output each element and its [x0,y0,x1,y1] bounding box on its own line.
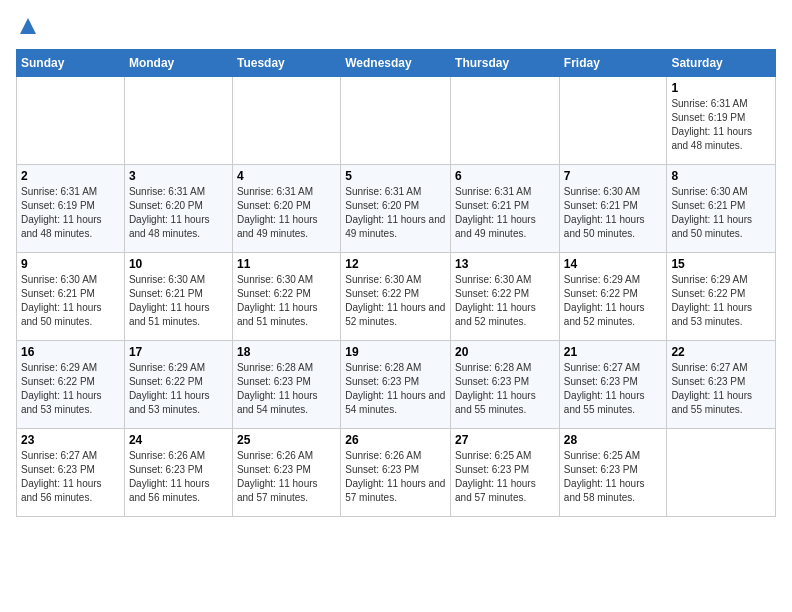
day-info: Sunrise: 6:30 AM Sunset: 6:22 PM Dayligh… [345,273,446,329]
day-number: 4 [237,169,336,183]
day-info: Sunrise: 6:27 AM Sunset: 6:23 PM Dayligh… [21,449,120,505]
logo [16,16,38,41]
calendar-week-row: 9Sunrise: 6:30 AM Sunset: 6:21 PM Daylig… [17,253,776,341]
day-info: Sunrise: 6:27 AM Sunset: 6:23 PM Dayligh… [564,361,663,417]
day-number: 27 [455,433,555,447]
day-number: 23 [21,433,120,447]
calendar-cell: 4Sunrise: 6:31 AM Sunset: 6:20 PM Daylig… [232,165,340,253]
calendar-cell: 23Sunrise: 6:27 AM Sunset: 6:23 PM Dayli… [17,429,125,517]
day-info: Sunrise: 6:25 AM Sunset: 6:23 PM Dayligh… [564,449,663,505]
calendar-header-tuesday: Tuesday [232,50,340,77]
calendar-cell: 8Sunrise: 6:30 AM Sunset: 6:21 PM Daylig… [667,165,776,253]
day-number: 26 [345,433,446,447]
day-info: Sunrise: 6:30 AM Sunset: 6:22 PM Dayligh… [237,273,336,329]
calendar-cell: 28Sunrise: 6:25 AM Sunset: 6:23 PM Dayli… [559,429,667,517]
calendar-cell: 24Sunrise: 6:26 AM Sunset: 6:23 PM Dayli… [124,429,232,517]
day-info: Sunrise: 6:26 AM Sunset: 6:23 PM Dayligh… [345,449,446,505]
calendar-header-thursday: Thursday [451,50,560,77]
calendar-cell: 2Sunrise: 6:31 AM Sunset: 6:19 PM Daylig… [17,165,125,253]
day-number: 12 [345,257,446,271]
calendar-table: SundayMondayTuesdayWednesdayThursdayFrid… [16,49,776,517]
calendar-cell: 26Sunrise: 6:26 AM Sunset: 6:23 PM Dayli… [341,429,451,517]
day-number: 6 [455,169,555,183]
calendar-cell [232,77,340,165]
day-info: Sunrise: 6:25 AM Sunset: 6:23 PM Dayligh… [455,449,555,505]
day-info: Sunrise: 6:31 AM Sunset: 6:21 PM Dayligh… [455,185,555,241]
day-info: Sunrise: 6:31 AM Sunset: 6:20 PM Dayligh… [129,185,228,241]
calendar-cell: 9Sunrise: 6:30 AM Sunset: 6:21 PM Daylig… [17,253,125,341]
day-number: 17 [129,345,228,359]
calendar-cell: 13Sunrise: 6:30 AM Sunset: 6:22 PM Dayli… [451,253,560,341]
calendar-cell: 15Sunrise: 6:29 AM Sunset: 6:22 PM Dayli… [667,253,776,341]
day-info: Sunrise: 6:29 AM Sunset: 6:22 PM Dayligh… [21,361,120,417]
calendar-cell: 10Sunrise: 6:30 AM Sunset: 6:21 PM Dayli… [124,253,232,341]
day-number: 21 [564,345,663,359]
calendar-week-row: 23Sunrise: 6:27 AM Sunset: 6:23 PM Dayli… [17,429,776,517]
day-info: Sunrise: 6:28 AM Sunset: 6:23 PM Dayligh… [345,361,446,417]
day-number: 28 [564,433,663,447]
day-info: Sunrise: 6:31 AM Sunset: 6:19 PM Dayligh… [21,185,120,241]
day-number: 19 [345,345,446,359]
day-number: 5 [345,169,446,183]
calendar-cell [17,77,125,165]
day-number: 2 [21,169,120,183]
calendar-header-friday: Friday [559,50,667,77]
calendar-cell: 22Sunrise: 6:27 AM Sunset: 6:23 PM Dayli… [667,341,776,429]
day-info: Sunrise: 6:26 AM Sunset: 6:23 PM Dayligh… [237,449,336,505]
calendar-header-saturday: Saturday [667,50,776,77]
day-number: 20 [455,345,555,359]
calendar-cell: 27Sunrise: 6:25 AM Sunset: 6:23 PM Dayli… [451,429,560,517]
day-info: Sunrise: 6:31 AM Sunset: 6:19 PM Dayligh… [671,97,771,153]
day-number: 16 [21,345,120,359]
day-info: Sunrise: 6:31 AM Sunset: 6:20 PM Dayligh… [237,185,336,241]
day-info: Sunrise: 6:30 AM Sunset: 6:21 PM Dayligh… [21,273,120,329]
calendar-cell: 5Sunrise: 6:31 AM Sunset: 6:20 PM Daylig… [341,165,451,253]
calendar-cell: 6Sunrise: 6:31 AM Sunset: 6:21 PM Daylig… [451,165,560,253]
day-number: 3 [129,169,228,183]
calendar-cell: 16Sunrise: 6:29 AM Sunset: 6:22 PM Dayli… [17,341,125,429]
calendar-cell: 12Sunrise: 6:30 AM Sunset: 6:22 PM Dayli… [341,253,451,341]
calendar-cell [341,77,451,165]
day-number: 10 [129,257,228,271]
calendar-header-wednesday: Wednesday [341,50,451,77]
day-info: Sunrise: 6:28 AM Sunset: 6:23 PM Dayligh… [455,361,555,417]
calendar-cell: 17Sunrise: 6:29 AM Sunset: 6:22 PM Dayli… [124,341,232,429]
day-info: Sunrise: 6:29 AM Sunset: 6:22 PM Dayligh… [129,361,228,417]
calendar-header-sunday: Sunday [17,50,125,77]
day-info: Sunrise: 6:30 AM Sunset: 6:22 PM Dayligh… [455,273,555,329]
calendar-header-row: SundayMondayTuesdayWednesdayThursdayFrid… [17,50,776,77]
calendar-cell: 14Sunrise: 6:29 AM Sunset: 6:22 PM Dayli… [559,253,667,341]
day-number: 22 [671,345,771,359]
day-number: 18 [237,345,336,359]
day-number: 14 [564,257,663,271]
day-info: Sunrise: 6:28 AM Sunset: 6:23 PM Dayligh… [237,361,336,417]
day-number: 7 [564,169,663,183]
day-number: 8 [671,169,771,183]
day-info: Sunrise: 6:30 AM Sunset: 6:21 PM Dayligh… [671,185,771,241]
day-info: Sunrise: 6:30 AM Sunset: 6:21 PM Dayligh… [564,185,663,241]
day-info: Sunrise: 6:26 AM Sunset: 6:23 PM Dayligh… [129,449,228,505]
calendar-cell: 7Sunrise: 6:30 AM Sunset: 6:21 PM Daylig… [559,165,667,253]
calendar-cell: 18Sunrise: 6:28 AM Sunset: 6:23 PM Dayli… [232,341,340,429]
calendar-week-row: 2Sunrise: 6:31 AM Sunset: 6:19 PM Daylig… [17,165,776,253]
calendar-cell: 3Sunrise: 6:31 AM Sunset: 6:20 PM Daylig… [124,165,232,253]
day-number: 25 [237,433,336,447]
calendar-cell [667,429,776,517]
calendar-cell: 1Sunrise: 6:31 AM Sunset: 6:19 PM Daylig… [667,77,776,165]
calendar-cell: 19Sunrise: 6:28 AM Sunset: 6:23 PM Dayli… [341,341,451,429]
calendar-cell: 21Sunrise: 6:27 AM Sunset: 6:23 PM Dayli… [559,341,667,429]
day-info: Sunrise: 6:31 AM Sunset: 6:20 PM Dayligh… [345,185,446,241]
calendar-week-row: 16Sunrise: 6:29 AM Sunset: 6:22 PM Dayli… [17,341,776,429]
header [16,16,776,41]
calendar-header-monday: Monday [124,50,232,77]
day-info: Sunrise: 6:29 AM Sunset: 6:22 PM Dayligh… [671,273,771,329]
calendar-week-row: 1Sunrise: 6:31 AM Sunset: 6:19 PM Daylig… [17,77,776,165]
svg-marker-0 [20,18,36,34]
day-number: 11 [237,257,336,271]
calendar-cell [451,77,560,165]
calendar-cell: 11Sunrise: 6:30 AM Sunset: 6:22 PM Dayli… [232,253,340,341]
day-number: 9 [21,257,120,271]
calendar-cell: 20Sunrise: 6:28 AM Sunset: 6:23 PM Dayli… [451,341,560,429]
calendar-cell [124,77,232,165]
day-number: 1 [671,81,771,95]
